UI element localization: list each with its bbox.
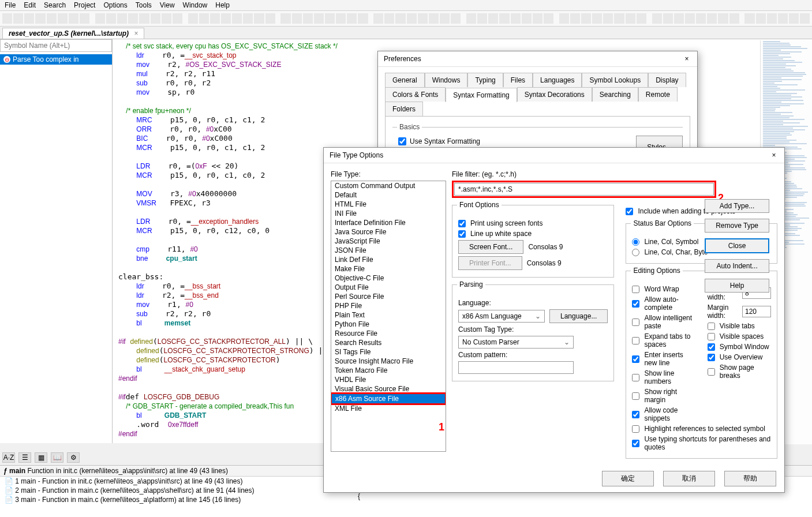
file-type-item[interactable]: Plain Text [331,310,446,320]
lineup-checkbox[interactable] [458,230,466,238]
ok-button[interactable]: 确定 [602,471,654,486]
file-filter-input[interactable] [454,183,714,196]
toolbar-button-21[interactable] [243,13,253,24]
toolbar-button-19[interactable] [221,13,231,24]
toolbar-button-22[interactable] [254,13,264,24]
file-type-listbox[interactable]: Custom Command OutputDefaultHTML FileINI… [331,181,446,452]
file-type-item[interactable]: Python File [331,320,446,329]
file-type-item[interactable]: JSON File [331,246,446,255]
remove-type-button[interactable]: Remove Type [705,219,769,233]
file-type-item[interactable]: Make File [331,264,446,274]
file-type-item[interactable]: PHP File [331,301,446,310]
eo2-check[interactable] [708,323,715,330]
screen-font-button[interactable]: Screen Font... [458,240,523,254]
toolbar-button-31[interactable] [358,13,368,24]
toolbar-button-23[interactable] [265,13,275,24]
toolbar-button-40[interactable] [466,13,476,24]
toolbar-button-45[interactable] [522,13,532,24]
toolbar-button-49[interactable] [570,13,580,24]
toolbar-button-36[interactable] [418,13,428,24]
file-type-item[interactable]: SI Tags File [331,347,446,357]
pref-tab-folders[interactable]: Folders [385,102,423,116]
ref-row[interactable]: 📄 3 main - Function in main.c (kernel\li… [0,495,812,504]
pref-tab-languages[interactable]: Languages [533,73,582,87]
eo2-check[interactable] [708,354,715,361]
file-type-item[interactable]: Custom Command Output [331,181,446,190]
include-adding-checkbox[interactable] [626,208,633,215]
custom-tag-select[interactable]: No Custom Parser [458,336,574,349]
toolbar-button-69[interactable] [800,13,810,24]
printer-font-button[interactable]: Printer Font... [458,256,522,270]
close-icon[interactable]: × [682,55,691,63]
toolbar-button-27[interactable] [314,13,324,24]
auto-indent-button[interactable]: Auto Indent... [705,259,769,273]
toolbar-button-35[interactable] [407,13,417,24]
language-button[interactable]: Language... [549,309,608,323]
sort-alpha-icon[interactable]: A·Z [2,452,15,463]
add-type-button[interactable]: Add Type... [705,199,769,213]
menu-window[interactable]: Window [183,1,208,9]
file-type-item[interactable]: JavaScript File [331,237,446,246]
toolbar-button-38[interactable] [440,13,450,24]
menu-help[interactable]: Help [215,1,230,9]
toolbar-button-4[interactable] [47,13,57,24]
gear-icon[interactable]: ⚙ [67,452,80,463]
toolbar-button-24[interactable] [280,13,290,24]
eo-check[interactable] [632,411,639,418]
toolbar-button-13[interactable] [151,13,160,24]
menu-project[interactable]: Project [74,1,95,9]
eo-check[interactable] [632,300,639,308]
eo2-check[interactable] [708,368,715,376]
toolbar-button-11[interactable] [128,13,138,24]
toolbar-button-50[interactable] [581,13,591,24]
eo-check[interactable] [632,337,639,344]
eo2-check[interactable] [708,333,715,340]
pref-tab-remote[interactable]: Remote [638,87,678,102]
toolbar-button-2[interactable] [24,13,34,24]
toolbar-button-15[interactable] [173,13,182,24]
custom-pattern-input[interactable] [458,361,574,374]
toolbar-button-46[interactable] [533,13,542,24]
margin-width-input[interactable] [742,306,771,317]
menu-file[interactable]: File [5,1,16,9]
toolbar-button-7[interactable] [80,13,89,24]
toolbar-button-30[interactable] [347,13,357,24]
toolbar-button-42[interactable] [488,13,498,24]
file-type-item[interactable]: XML File [331,404,446,413]
eo-check[interactable] [632,425,639,433]
toolbar-button-12[interactable] [139,13,149,24]
close-button[interactable]: Close [705,238,769,253]
pref-tab-typing[interactable]: Typing [467,73,503,87]
file-type-item[interactable]: Resource File [331,329,446,338]
cancel-button[interactable]: 取消 [663,471,715,486]
eo2-check[interactable] [708,343,715,351]
file-type-item[interactable]: Perl Source File [331,292,446,301]
toolbar-button-58[interactable] [674,13,684,24]
file-type-item[interactable]: Interface Definition File [331,218,446,227]
toolbar-button-44[interactable] [511,13,521,24]
toolbar-button-55[interactable] [637,13,646,24]
pref-tab-general[interactable]: General [385,73,425,87]
toolbar-button-67[interactable] [778,13,788,24]
file-tab[interactable]: reset_vector_up.S (kernel\...\startup) × [2,28,144,39]
toolbar-button-39[interactable] [451,13,461,24]
toolbar-button-54[interactable] [626,13,635,24]
language-select[interactable]: x86 Asm Language [458,310,545,323]
file-type-item[interactable]: Search Results [331,338,446,347]
pref-tab-syntax-formatting[interactable]: Syntax Formatting [446,88,517,102]
toolbar-button-32[interactable] [373,13,383,24]
toolbar-button-6[interactable] [69,13,78,24]
grid-icon[interactable]: ▦ [35,452,47,463]
toolbar-button-3[interactable] [35,13,45,24]
toolbar-button-16[interactable] [188,13,198,24]
toolbar-button-63[interactable] [729,13,739,24]
book-icon[interactable]: 📖 [51,452,63,463]
toolbar-button-9[interactable] [106,13,116,24]
file-type-item[interactable]: x86 Asm Source File [331,392,446,405]
help2-button[interactable]: 帮助 [724,471,776,486]
file-type-item[interactable]: Default [331,190,446,200]
eo-check[interactable] [632,286,639,293]
toolbar-button-33[interactable] [384,13,394,24]
toolbar-button-56[interactable] [652,13,662,24]
toolbar-button-0[interactable] [2,13,12,24]
